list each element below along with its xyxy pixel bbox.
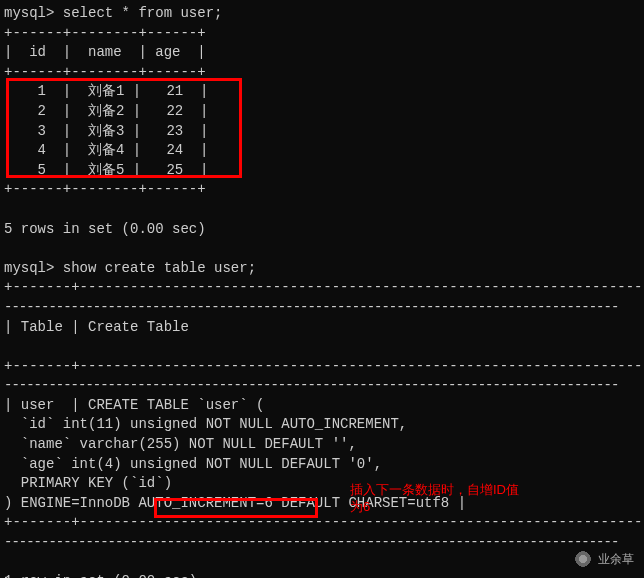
create-line-5: PRIMARY KEY (`id`) xyxy=(4,474,640,494)
wechat-icon xyxy=(574,550,592,568)
watermark-text: 业余草 xyxy=(598,551,634,568)
long-sep: +-------+-------------------------------… xyxy=(4,278,640,298)
blank-line xyxy=(4,553,640,573)
table-row: | 1 | 刘备1 | 21 | xyxy=(4,82,640,102)
table-sep-bot: +------+--------+------+ xyxy=(4,180,640,200)
result-2: 1 row in set (0.00 sec) xyxy=(4,572,640,578)
create-header: | Table | Create Table xyxy=(4,318,640,338)
table-sep-top: +------+--------+------+ xyxy=(4,24,640,44)
create-line-4: `age` int(4) unsigned NOT NULL DEFAULT '… xyxy=(4,455,640,475)
table-header-row: | id | name | age | xyxy=(4,43,640,63)
annotation-line2: 为6 xyxy=(350,499,370,514)
create-line-3: `name` varchar(255) NOT NULL DEFAULT '', xyxy=(4,435,640,455)
blank-line xyxy=(4,337,640,357)
long-sep: +-------+-------------------------------… xyxy=(4,357,640,377)
table-row: | 5 | 刘备5 | 25 | xyxy=(4,161,640,181)
long-sep: +-------+-------------------------------… xyxy=(4,513,640,533)
watermark: 业余草 xyxy=(574,550,634,568)
mysql-prompt-1: mysql> select * from user; xyxy=(4,4,640,24)
table-row: | 3 | 刘备3 | 23 | xyxy=(4,122,640,142)
blank-line xyxy=(4,239,640,259)
create-line-2: `id` int(11) unsigned NOT NULL AUTO_INCR… xyxy=(4,415,640,435)
blank-line xyxy=(4,200,640,220)
annotation-text: 插入下一条数据时，自增ID值 为6 xyxy=(350,482,519,516)
table-row: | 4 | 刘备4 | 24 | xyxy=(4,141,640,161)
result-1: 5 rows in set (0.00 sec) xyxy=(4,220,640,240)
long-dash: ----------------------------------------… xyxy=(4,298,640,318)
long-dash: ----------------------------------------… xyxy=(4,376,640,396)
create-line-1: | user | CREATE TABLE `user` ( xyxy=(4,396,640,416)
create-line-6: ) ENGINE=InnoDB AUTO_INCREMENT=6 DEFAULT… xyxy=(4,494,640,514)
table-row: | 2 | 刘备2 | 22 | xyxy=(4,102,640,122)
long-dash: ----------------------------------------… xyxy=(4,533,640,553)
table-sep-mid: +------+--------+------+ xyxy=(4,63,640,83)
mysql-prompt-2: mysql> show create table user; xyxy=(4,259,640,279)
annotation-line1: 插入下一条数据时，自增ID值 xyxy=(350,482,519,497)
